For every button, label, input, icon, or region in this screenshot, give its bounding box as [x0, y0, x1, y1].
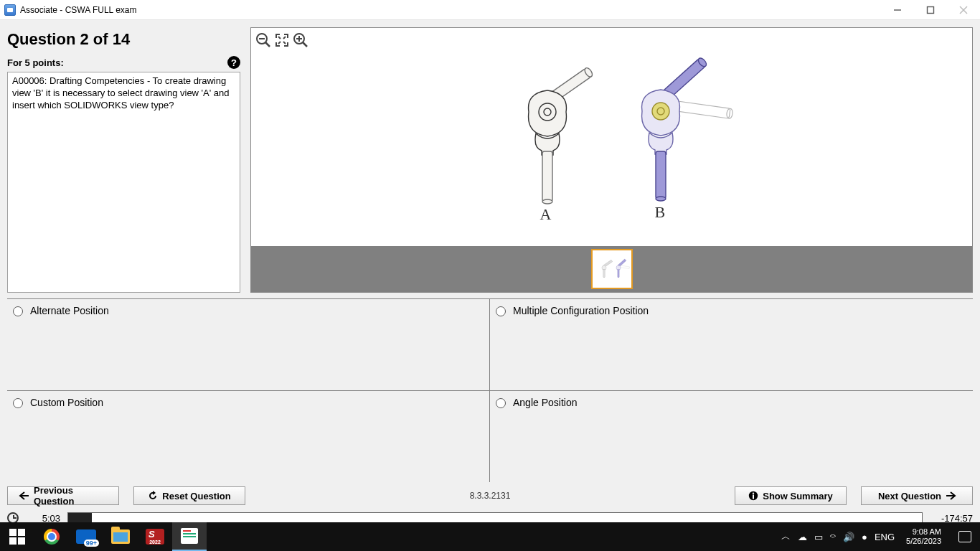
system-tray[interactable]: ︿ ☁ ▭ ⌔ 🔊 ● ENG	[781, 530, 895, 543]
svg-rect-38	[753, 495, 754, 499]
taskbar-time: 9:08 AM	[906, 527, 941, 537]
svg-point-18	[544, 108, 551, 116]
svg-line-7	[278, 37, 281, 39]
image-toolbar	[254, 31, 310, 50]
sync-icon[interactable]: ●	[862, 532, 867, 542]
svg-point-37	[753, 492, 754, 494]
radio-icon	[496, 398, 506, 408]
svg-line-5	[265, 42, 270, 47]
arrow-left-icon	[19, 491, 29, 500]
label-a: A	[540, 205, 552, 224]
notifications-icon[interactable]	[958, 531, 971, 542]
radio-icon	[13, 398, 23, 408]
question-text-box: A00006: Drafting Competencies - To creat…	[7, 72, 240, 293]
answer-option-angle[interactable]: Angle Position	[490, 390, 973, 482]
image-viewer: A	[250, 27, 973, 293]
next-question-button[interactable]: Next Question	[861, 486, 973, 505]
svg-line-8	[283, 37, 286, 39]
radio-icon	[496, 306, 506, 316]
svg-rect-1	[928, 6, 934, 13]
nav-row: Previous Question Reset Question 8.3.3.2…	[0, 482, 980, 509]
language-indicator[interactable]: ENG	[875, 532, 895, 542]
fit-icon[interactable]	[273, 31, 291, 50]
label-b: B	[655, 203, 666, 222]
svg-point-26	[657, 108, 664, 115]
answer-label: Multiple Configuration Position	[513, 305, 649, 316]
svg-rect-19	[542, 151, 552, 202]
zoom-out-icon[interactable]	[254, 31, 273, 50]
zoom-in-icon[interactable]	[291, 31, 310, 50]
svg-point-34	[616, 265, 620, 270]
volume-icon[interactable]: 🔊	[843, 532, 854, 542]
progress-fill	[68, 513, 92, 523]
svg-rect-27	[656, 151, 666, 199]
mail-badge: 99+	[84, 540, 99, 547]
help-icon[interactable]: ?	[227, 56, 240, 69]
answer-option-multiple-config[interactable]: Multiple Configuration Position	[490, 298, 973, 390]
svg-rect-35	[617, 270, 618, 278]
mail-icon: 99+	[76, 529, 96, 544]
close-button[interactable]	[947, 0, 980, 20]
svg-line-10	[278, 42, 281, 44]
reset-icon	[148, 491, 158, 501]
reset-question-button[interactable]: Reset Question	[133, 486, 245, 505]
answer-label: Alternate Position	[30, 305, 109, 316]
question-pane: Question 2 of 14 For 5 points: ? A00006:…	[7, 24, 240, 293]
folder-icon	[111, 529, 130, 544]
window-controls	[881, 0, 980, 20]
taskbar-file-explorer[interactable]	[103, 522, 138, 551]
svg-rect-31	[603, 270, 604, 278]
sw-year: 2022	[149, 540, 161, 545]
chrome-icon	[44, 529, 60, 545]
next-label: Next Question	[878, 491, 941, 501]
taskbar-clock[interactable]: 9:08 AM 5/26/2023	[902, 527, 946, 546]
start-button[interactable]	[0, 522, 34, 551]
drawing-view-a	[497, 51, 598, 209]
arrow-right-icon	[946, 491, 956, 500]
chevron-up-icon[interactable]: ︿	[781, 530, 791, 543]
svg-point-28	[656, 197, 666, 201]
window-titlebar: Associate - CSWA FULL exam	[0, 0, 980, 20]
svg-point-30	[601, 265, 606, 270]
taskbar-chrome[interactable]	[34, 522, 69, 551]
question-image[interactable]: A	[251, 28, 972, 246]
taskbar-solidworks[interactable]: 2022	[138, 522, 172, 551]
svg-point-20	[542, 199, 552, 204]
solidworks-icon: 2022	[146, 529, 164, 545]
answers-grid: Alternate Position Multiple Configuratio…	[7, 298, 973, 482]
exam-app-icon	[181, 528, 198, 544]
app-icon	[4, 4, 16, 16]
battery-icon[interactable]: ▭	[814, 532, 823, 542]
question-header: Question 2 of 14	[7, 24, 240, 56]
taskbar-exam-app[interactable]	[172, 522, 207, 551]
radio-icon	[13, 306, 23, 316]
previous-label: Previous Question	[34, 485, 107, 507]
points-label: For 5 points:	[7, 57, 64, 68]
answer-label: Angle Position	[513, 397, 578, 408]
version-label: 8.3.3.2131	[470, 491, 511, 501]
info-icon	[748, 491, 758, 501]
answer-label: Custom Position	[30, 397, 103, 408]
taskbar-date: 5/26/2023	[906, 537, 941, 546]
taskbar-mail[interactable]: 99+	[69, 522, 103, 551]
summary-label: Show Summary	[763, 491, 833, 501]
window-title: Associate - CSWA FULL exam	[20, 5, 137, 15]
onedrive-icon[interactable]: ☁	[798, 532, 807, 542]
answer-option-alternate[interactable]: Alternate Position	[7, 298, 490, 390]
question-text: A00006: Drafting Competencies - To creat…	[12, 75, 230, 110]
previous-question-button[interactable]: Previous Question	[7, 486, 119, 505]
svg-line-9	[283, 42, 286, 44]
taskbar: 99+ 2022 ︿ ☁ ▭ ⌔ 🔊 ● ENG 9:08 AM 5/26/20…	[0, 522, 980, 551]
drawing-view-b	[605, 48, 741, 206]
answer-option-custom[interactable]: Custom Position	[7, 390, 490, 482]
show-summary-button[interactable]: Show Summary	[735, 486, 847, 505]
wifi-icon[interactable]: ⌔	[830, 532, 836, 542]
reset-label: Reset Question	[162, 491, 230, 501]
minimize-button[interactable]	[881, 0, 914, 20]
windows-icon	[9, 529, 25, 545]
svg-line-12	[303, 42, 307, 47]
thumbnail-strip	[251, 246, 972, 292]
maximize-button[interactable]	[914, 0, 947, 20]
thumbnail-1[interactable]	[591, 249, 633, 289]
